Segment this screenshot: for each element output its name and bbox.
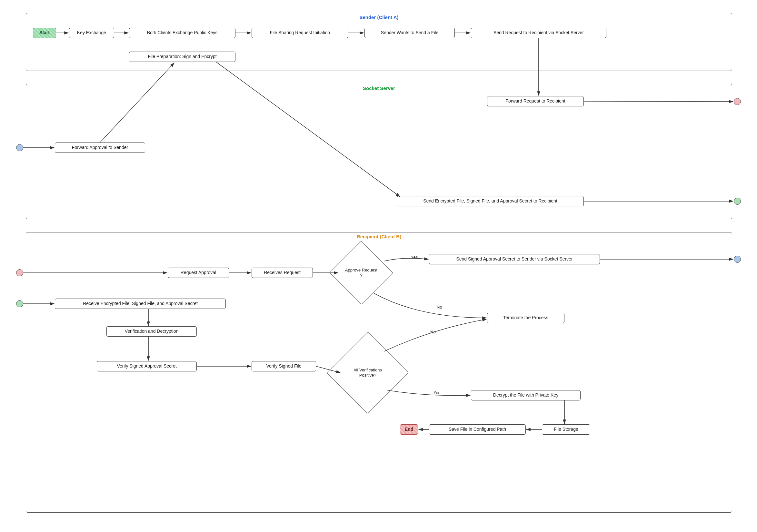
key-exchange-node: Key Exchange <box>69 28 114 38</box>
edge-label-no1: No <box>436 305 443 310</box>
approve-decision: Approve Request ? <box>339 250 384 295</box>
verify-file-node: Verify Signed File <box>252 361 316 371</box>
exchange-keys-node: Both Clients Exchange Public Keys <box>129 28 235 38</box>
terminate-node: Terminate the Process <box>487 313 564 323</box>
request-approval-node: Request Approval <box>168 268 229 278</box>
receive-encrypted-node: Receive Encrypted File, Signed File, and… <box>55 299 226 309</box>
port-recipient-in-green <box>16 300 23 307</box>
swimlane-server-title: Socket Server <box>360 85 398 91</box>
swimlane-sender-title: Sender (Client A) <box>357 15 401 20</box>
sender-wants-node: Sender Wants to Send a File <box>364 28 455 38</box>
port-server-out-pink <box>734 98 741 105</box>
forward-approval-node: Forward Approval to Sender <box>55 142 145 153</box>
port-recipient-in-pink <box>16 269 23 276</box>
port-recipient-out-blue <box>734 256 741 263</box>
all-verif-decision: All Verifications Positive? <box>339 344 397 402</box>
end-node: End <box>400 424 418 435</box>
file-prep-node: File Preparation: Sign and Encrypt <box>129 52 235 62</box>
file-storage-node: File Storage <box>542 424 590 435</box>
forward-request-node: Forward Request to Recipient <box>487 96 584 106</box>
save-file-node: Save File in Configured Path <box>429 424 526 435</box>
edge-label-yes1: Yes <box>409 255 419 259</box>
port-server-out-green <box>734 198 741 205</box>
file-share-init-node: File Sharing Request Initiation <box>252 28 348 38</box>
send-encrypted-node: Send Encrypted File, Signed File, and Ap… <box>397 196 584 206</box>
decrypt-file-node: Decrypt the File with Private Key <box>471 390 581 400</box>
send-signed-approval-node: Send Signed Approval Secret to Sender vi… <box>429 254 600 264</box>
verif-decrypt-node: Verification and Decryption <box>106 326 197 337</box>
edge-label-no2: No <box>429 330 437 334</box>
receives-request-node: Receives Request <box>252 268 313 278</box>
verify-secret-node: Verify Signed Approval Secret <box>97 361 197 371</box>
edge-label-yes2: Yes <box>432 390 441 395</box>
start-node: Start <box>33 28 56 38</box>
send-request-node: Send Request to Recipient via Socket Ser… <box>471 28 606 38</box>
swimlane-recipient-title: Recipient (Client B) <box>354 234 404 239</box>
port-server-in-blue <box>16 144 23 151</box>
swimlane-sender: Sender (Client A) <box>26 13 732 71</box>
